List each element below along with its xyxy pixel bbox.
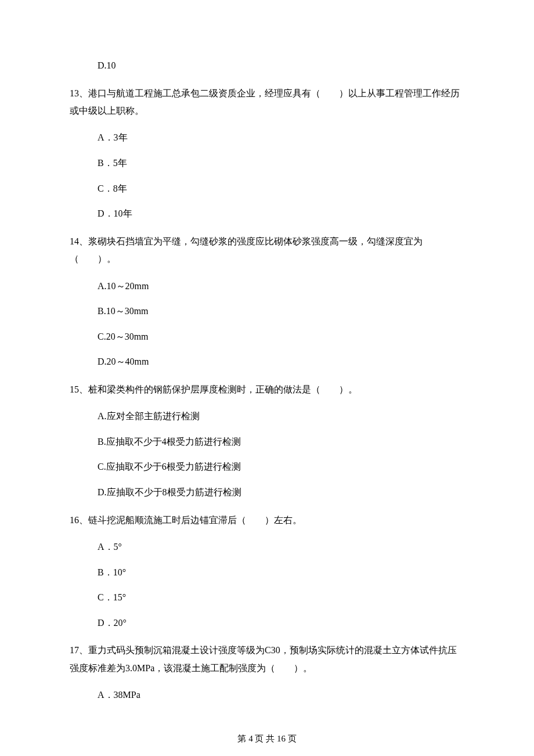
- q15-option-b: B.应抽取不少于4根受力筋进行检测: [98, 434, 464, 449]
- question-17-options: A．38MPa: [98, 687, 464, 703]
- question-16-block: 16、链斗挖泥船顺流施工时后边锚宜滞后（ ）左右。 A．5° B．10° C．1…: [70, 512, 464, 631]
- q16-option-b: B．10°: [98, 565, 464, 580]
- question-13-block: 13、港口与航道工程施工总承包二级资质企业，经理应具有（ ）以上从事工程管理工作…: [70, 85, 464, 221]
- q14-option-d: D.20～40mm: [98, 354, 464, 369]
- q16-option-d: D．20°: [98, 615, 464, 631]
- question-14-options: A.10～20mm B.10～30mm C.20～30mm D.20～40mm: [98, 279, 464, 369]
- question-17-block: 17、重力式码头预制沉箱混凝土设计强度等级为C30，预制场实际统计的混凝土立方体…: [70, 642, 464, 702]
- q14-option-c: C.20～30mm: [98, 329, 464, 344]
- q17-option-a: A．38MPa: [98, 687, 464, 703]
- q13-option-b: B．5年: [98, 156, 464, 171]
- q13-option-c: C．8年: [98, 181, 464, 196]
- question-15-text: 15、桩和梁类构件的钢筋保护层厚度检测时，正确的做法是（ ）。: [70, 381, 464, 398]
- question-16-text: 16、链斗挖泥船顺流施工时后边锚宜滞后（ ）左右。: [70, 512, 464, 529]
- question-13-options: A．3年 B．5年 C．8年 D．10年: [98, 130, 464, 221]
- q15-option-a: A.应对全部主筋进行检测: [98, 409, 464, 424]
- q12-option-d: D.10: [98, 58, 464, 73]
- question-14-text: 14、浆砌块石挡墙宜为平缝，勾缝砂浆的强度应比砌体砂浆强度高一级，勾缝深度宜为（…: [70, 233, 464, 268]
- page-footer: 第 4 页 共 16 页: [70, 732, 464, 746]
- question-15-options: A.应对全部主筋进行检测 B.应抽取不少于4根受力筋进行检测 C.应抽取不少于6…: [98, 409, 464, 499]
- q14-option-b: B.10～30mm: [98, 304, 464, 319]
- question-14-block: 14、浆砌块石挡墙宜为平缝，勾缝砂浆的强度应比砌体砂浆强度高一级，勾缝深度宜为（…: [70, 233, 464, 369]
- q16-option-a: A．5°: [98, 539, 464, 555]
- q15-option-c: C.应抽取不少于6根受力筋进行检测: [98, 459, 464, 474]
- question-15-block: 15、桩和梁类构件的钢筋保护层厚度检测时，正确的做法是（ ）。 A.应对全部主筋…: [70, 381, 464, 500]
- q13-option-d: D．10年: [98, 206, 464, 221]
- question-13-text: 13、港口与航道工程施工总承包二级资质企业，经理应具有（ ）以上从事工程管理工作…: [70, 85, 464, 120]
- q13-option-a: A．3年: [98, 130, 464, 145]
- question-16-options: A．5° B．10° C．15° D．20°: [98, 539, 464, 630]
- q15-option-d: D.应抽取不少于8根受力筋进行检测: [98, 485, 464, 500]
- q16-option-c: C．15°: [98, 590, 464, 605]
- q14-option-a: A.10～20mm: [98, 279, 464, 294]
- question-17-text: 17、重力式码头预制沉箱混凝土设计强度等级为C30，预制场实际统计的混凝土立方体…: [70, 642, 464, 677]
